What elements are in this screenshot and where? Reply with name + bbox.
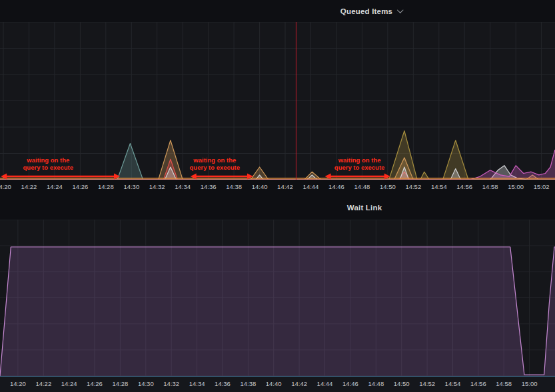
- x-tick-label: 14:38: [226, 183, 242, 190]
- x-tick-label: 14:46: [328, 183, 344, 190]
- x-tick-label: 14:58: [482, 183, 498, 190]
- series-fill-olive-spikes: [0, 131, 555, 180]
- series-line-olive-spikes: [0, 131, 555, 180]
- wait-link-panel-title[interactable]: Wait Link: [347, 204, 382, 212]
- x-tick-label: 14:46: [342, 380, 358, 387]
- x-tick-label: 14:28: [113, 380, 129, 387]
- x-tick-label: 14:50: [380, 183, 396, 190]
- x-tick-label: 14:48: [368, 380, 384, 387]
- series-fill-magenta-spikes: [0, 150, 555, 180]
- annotation-text: query to execute: [190, 164, 241, 171]
- series-fill-teal-spike: [0, 144, 555, 180]
- x-tick-label: 14:44: [303, 183, 319, 190]
- annotation-text: query to execute: [334, 164, 385, 171]
- queued-items-panel-header: Queued Items: [0, 0, 555, 22]
- series-line-tan-spikes: [0, 140, 555, 180]
- x-tick-label: 14:58: [496, 380, 512, 387]
- x-tick-label: 14:52: [419, 380, 435, 387]
- x-tick-label: 14:40: [266, 380, 282, 387]
- x-tick-label: 14:54: [445, 380, 461, 387]
- x-tick-label: 14:28: [98, 183, 114, 190]
- wait-link-x-axis: 14:2014:2214:2414:2614:2814:3014:3214:34…: [0, 376, 555, 392]
- queued-plot-svg: waiting on thequery to executewaiting on…: [0, 22, 555, 180]
- chevron-down-icon: [397, 7, 404, 13]
- x-tick-label: 14:26: [73, 183, 89, 190]
- x-tick-label: 14:36: [215, 380, 231, 387]
- x-tick-label: 14:30: [123, 183, 139, 190]
- wait-link-chart: [0, 220, 555, 376]
- x-tick-label: 14:56: [470, 380, 486, 387]
- x-tick-label: 14:32: [163, 380, 179, 387]
- x-tick-label: 14:52: [405, 183, 421, 190]
- x-tick-label: 14:56: [456, 183, 472, 190]
- x-tick-label: 14:50: [394, 380, 410, 387]
- annotation-text: waiting on the: [193, 156, 236, 164]
- x-tick-label: 14:24: [61, 380, 77, 387]
- x-tick-label: 14:30: [138, 380, 154, 387]
- annotation-text: query to execute: [23, 164, 74, 171]
- series-fill-tan-spikes: [0, 140, 555, 180]
- x-tick-label: 14:34: [175, 183, 191, 190]
- x-tick-label: 14:22: [21, 183, 37, 190]
- series-fill-white-spikes: [0, 166, 555, 180]
- series-line-teal-spike: [0, 144, 555, 180]
- x-tick-label: 15:02: [534, 183, 550, 190]
- x-tick-label: 14:20: [0, 183, 11, 190]
- queued-items-panel-title[interactable]: Queued Items: [340, 7, 402, 15]
- x-tick-label: 15:00: [522, 380, 538, 387]
- x-tick-label: 14:40: [252, 183, 268, 190]
- x-tick-label: 14:34: [189, 380, 205, 387]
- x-tick-label: 14:32: [149, 183, 165, 190]
- x-tick-label: 14:42: [277, 183, 293, 190]
- queued-items-title-text: Queued Items: [340, 7, 392, 15]
- series-line-white-spikes: [0, 166, 555, 180]
- series-fill-wait-link: [0, 247, 555, 376]
- x-tick-label: 14:44: [317, 380, 333, 387]
- wait-link-panel-header: Wait Link: [0, 195, 555, 220]
- x-tick-label: 14:36: [201, 183, 217, 190]
- wait-plot-svg: [0, 220, 555, 376]
- series-line-magenta-spikes: [0, 150, 555, 180]
- annotation-text: waiting on the: [26, 156, 69, 164]
- x-tick-label: 14:38: [241, 380, 257, 387]
- x-tick-label: 14:26: [87, 380, 103, 387]
- x-tick-label: 14:54: [431, 183, 447, 190]
- x-tick-label: 14:22: [35, 380, 51, 387]
- x-tick-label: 14:20: [10, 380, 26, 387]
- annotation-text: waiting on the: [338, 156, 381, 164]
- x-tick-label: 15:00: [508, 183, 524, 190]
- wait-link-title-text: Wait Link: [347, 204, 382, 212]
- queued-items-x-axis: 14:2014:2214:2414:2614:2814:3014:3214:34…: [0, 180, 555, 195]
- queued-items-chart: waiting on thequery to executewaiting on…: [0, 22, 555, 180]
- x-tick-label: 14:48: [354, 183, 370, 190]
- x-tick-label: 14:24: [47, 183, 63, 190]
- x-tick-label: 14:42: [291, 380, 307, 387]
